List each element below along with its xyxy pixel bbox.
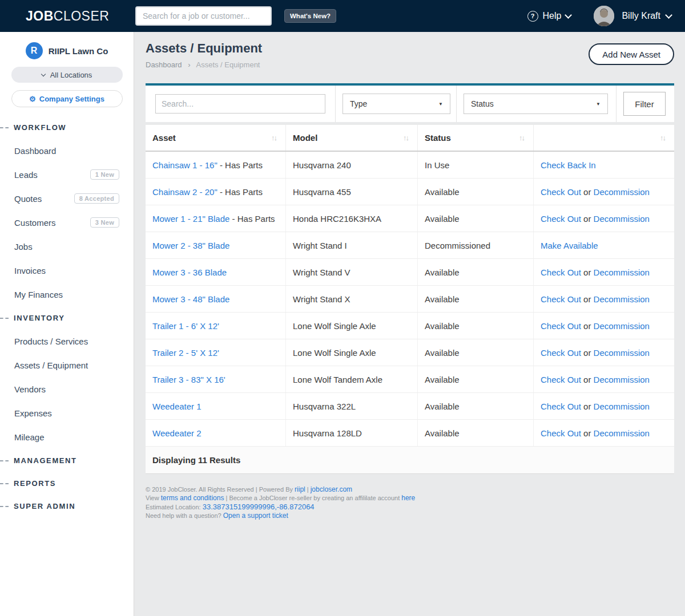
sidebar-item-invoices[interactable]: Invoices <box>0 258 134 282</box>
whats-new-button[interactable]: What's New? <box>284 9 336 23</box>
actions-cell: Check Out or Decommission <box>533 393 674 419</box>
breadcrumb-dashboard[interactable]: Dashboard <box>146 60 182 69</box>
sidebar-item-quotes[interactable]: Quotes8 Accepted <box>0 187 134 210</box>
dash-icon <box>0 460 9 461</box>
sidebar-item-label: Expenses <box>14 408 52 418</box>
sidebar-item-leads[interactable]: Leads1 New <box>0 163 134 187</box>
sidebar-section-reports[interactable]: REPORTS <box>0 472 134 495</box>
sort-icon[interactable]: ↑↓ <box>519 133 525 142</box>
action-link-check-out[interactable]: Check Out <box>541 375 581 384</box>
column-header-model[interactable]: Model ↑↓ <box>285 125 417 151</box>
sidebar-section-management[interactable]: MANAGEMENT <box>0 449 134 472</box>
action-link-decommission[interactable]: Decommission <box>594 268 650 277</box>
breadcrumb: Dashboard › Assets / Equipment <box>146 60 262 69</box>
sidebar-item-customers[interactable]: Customers3 New <box>0 210 134 234</box>
asset-link[interactable]: Mower 1 - 21" Blade <box>152 214 229 224</box>
sort-icon[interactable]: ↑↓ <box>271 133 277 142</box>
asset-link[interactable]: Mower 3 - 36 Blade <box>152 268 227 277</box>
asset-link[interactable]: Trailer 1 - 6' X 12' <box>152 321 219 331</box>
action-separator: or <box>581 214 594 224</box>
action-link-decommission[interactable]: Decommission <box>594 187 650 197</box>
status-select[interactable]: Status ▼ <box>464 94 608 114</box>
asset-link[interactable]: Mower 2 - 38" Blade <box>152 241 229 250</box>
dropdown-arrow-icon: ▼ <box>438 102 443 107</box>
asset-link[interactable]: Chainsaw 2 - 20" <box>152 187 217 197</box>
column-header-actions[interactable]: ↑↓ <box>533 125 674 151</box>
footer-link-33-387315199999996-86-872064[interactable]: 33.387315199999996,-86.872064 <box>203 502 315 511</box>
model-cell: Husqvarna 455 <box>285 179 417 205</box>
dash-icon <box>0 127 9 128</box>
action-link-decommission[interactable]: Decommission <box>594 402 650 411</box>
breadcrumb-current: Assets / Equipment <box>196 60 260 69</box>
action-link-decommission[interactable]: Decommission <box>594 428 650 438</box>
asset-link[interactable]: Mower 3 - 48" Blade <box>152 294 229 304</box>
sidebar-section-inventory[interactable]: INVENTORY <box>0 306 134 329</box>
action-link-decommission[interactable]: Decommission <box>594 214 650 224</box>
asset-link[interactable]: Weedeater 1 <box>152 402 202 411</box>
action-link-decommission[interactable]: Decommission <box>594 294 650 304</box>
sidebar-item-my-finances[interactable]: My Finances <box>0 282 134 306</box>
action-link-decommission[interactable]: Decommission <box>594 375 650 384</box>
asset-link[interactable]: Weedeater 2 <box>152 428 202 438</box>
sort-icon[interactable]: ↑↓ <box>403 133 409 142</box>
column-header-status[interactable]: Status ↑↓ <box>417 125 533 151</box>
sidebar-section-workflow[interactable]: WORKFLOW <box>0 116 134 139</box>
company-header: R RIIPL Lawn Co <box>0 42 134 59</box>
action-link-check-out[interactable]: Check Out <box>541 187 581 197</box>
assets-table: Asset ↑↓ Model ↑↓ Status ↑↓ ↑↓ Chainsaw … <box>146 125 674 474</box>
sort-icon[interactable]: ↑↓ <box>660 133 666 142</box>
asset-cell: Trailer 2 - 5' X 12' <box>146 339 285 366</box>
avatar[interactable] <box>594 6 614 26</box>
sidebar-item-assets-equipment[interactable]: Assets / Equipment <box>0 353 134 377</box>
action-link-check-back-in[interactable]: Check Back In <box>541 160 596 170</box>
user-menu[interactable]: Billy Kraft <box>622 11 671 21</box>
action-link-decommission[interactable]: Decommission <box>594 321 650 331</box>
sidebar-item-dashboard[interactable]: Dashboard <box>0 139 134 163</box>
footer-link-here[interactable]: here <box>401 494 415 502</box>
type-select[interactable]: Type ▼ <box>342 94 450 114</box>
action-link-check-out[interactable]: Check Out <box>541 214 581 224</box>
status-cell: Available <box>417 393 533 419</box>
footer-link-open-a-support-ticket[interactable]: Open a support ticket <box>223 512 288 520</box>
action-link-check-out[interactable]: Check Out <box>541 268 581 277</box>
footer-link-jobcloser-com[interactable]: jobcloser.com <box>311 485 352 493</box>
action-separator: or <box>581 428 594 438</box>
footer-link-riipl[interactable]: riipl <box>295 485 305 493</box>
sidebar-item-vendors[interactable]: Vendors <box>0 377 134 401</box>
company-settings-button[interactable]: ⚙ Company Settings <box>11 90 123 107</box>
action-link-decommission[interactable]: Decommission <box>594 348 650 358</box>
footer-link-terms-and-conditions[interactable]: terms and conditions <box>161 494 224 502</box>
asset-link[interactable]: Chainsaw 1 - 16" <box>152 160 217 170</box>
sidebar-section-super-admin[interactable]: SUPER ADMIN <box>0 495 134 517</box>
column-header-asset[interactable]: Asset ↑↓ <box>146 125 285 151</box>
filter-bar: Type ▼ Status ▼ Filter <box>146 83 674 122</box>
page-header: Assets / Equipment Dashboard › Assets / … <box>146 41 674 69</box>
sidebar-sections: WORKFLOWDashboardLeads1 NewQuotes8 Accep… <box>0 116 134 517</box>
action-link-check-out[interactable]: Check Out <box>541 402 581 411</box>
filter-button[interactable]: Filter <box>623 92 666 116</box>
sidebar-item-products-services[interactable]: Products / Services <box>0 329 134 353</box>
sidebar-item-expenses[interactable]: Expenses <box>0 401 134 425</box>
global-search-input[interactable] <box>135 6 272 26</box>
action-link-make-available[interactable]: Make Available <box>541 241 598 250</box>
action-link-check-out[interactable]: Check Out <box>541 348 581 358</box>
locations-dropdown[interactable]: All Locations <box>11 67 123 83</box>
dash-icon <box>0 483 9 484</box>
action-link-check-out[interactable]: Check Out <box>541 428 581 438</box>
action-link-check-out[interactable]: Check Out <box>541 321 581 331</box>
model-cell: Lone Wolf Single Axle <box>285 313 417 339</box>
actions-cell: Check Out or Decommission <box>533 339 674 366</box>
sidebar-item-jobs[interactable]: Jobs <box>0 234 134 258</box>
app-logo[interactable]: JOBCLOSER <box>26 9 109 24</box>
help-menu[interactable]: ? Help <box>527 11 571 22</box>
model-cell: Wright Stand I <box>285 232 417 258</box>
table-search-input[interactable] <box>155 94 325 114</box>
asset-link[interactable]: Trailer 2 - 5' X 12' <box>152 348 219 358</box>
asset-link[interactable]: Trailer 3 - 83" X 16' <box>152 375 225 384</box>
filter-type-cell: Type ▼ <box>336 86 457 122</box>
actions-cell: Check Out or Decommission <box>533 313 674 339</box>
filter-search-cell <box>146 86 336 122</box>
action-link-check-out[interactable]: Check Out <box>541 294 581 304</box>
sidebar-item-mileage[interactable]: Mileage <box>0 425 134 449</box>
add-new-asset-button[interactable]: Add New Asset <box>589 43 674 65</box>
